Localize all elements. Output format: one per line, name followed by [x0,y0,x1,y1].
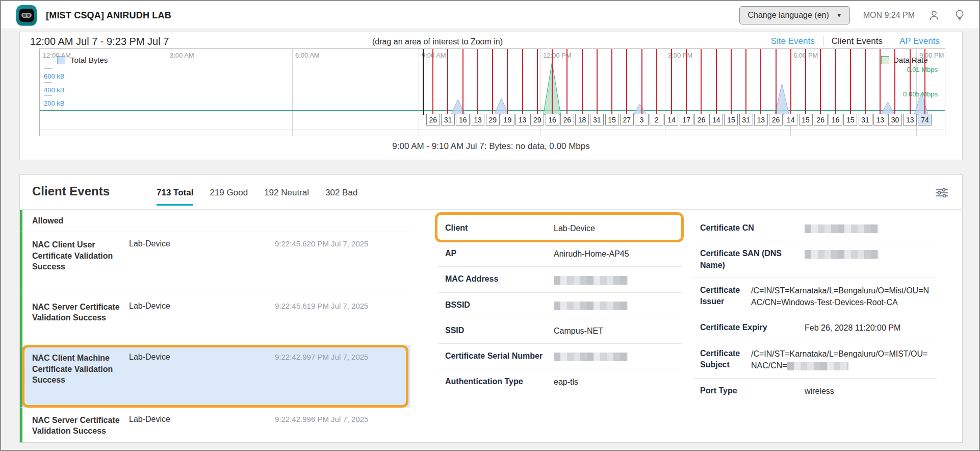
redacted-value [554,353,628,361]
event-spike-line [492,49,493,115]
timeline-chart[interactable]: 12:00 AM3:00 AM6:00 AM9:00 AM12:00 PM3:0… [39,48,945,136]
event-count-box[interactable]: 15 [843,114,857,126]
tab-192-neutral[interactable]: 192 Neutral [264,188,309,206]
event-count-box[interactable]: 14 [709,114,723,126]
event-spike-line [835,49,836,115]
event-count-box[interactable]: 26 [694,114,708,126]
event-list: Allowed NAC Client User Certificate Vali… [20,210,410,442]
event-count-box[interactable]: 2 [650,114,663,126]
detail-label: Certificate SAN (DNS Name) [700,248,805,271]
tab-client-events[interactable]: Client Events [823,36,891,46]
event-count-box[interactable]: 3 [635,114,649,126]
app-header: [MIST CSQA] ANIRUDH LAB Change language … [1,1,979,29]
event-count-box[interactable]: 29 [530,114,544,126]
app-window: [MIST CSQA] ANIRUDH LAB Change language … [0,0,980,451]
event-count-box[interactable]: 13 [754,114,768,126]
event-spike-line [597,49,598,115]
event-count-box[interactable]: 19 [501,114,514,126]
event-spike-line [641,49,642,115]
event-client: Lab-Device [129,353,275,400]
detail-value: Campus-NET [554,325,678,337]
event-count-box[interactable]: 31 [441,114,455,126]
event-count-box[interactable]: 15 [799,114,813,126]
event-count-box[interactable]: 26 [769,114,783,126]
detail-row: Authentication Typeeap-tls [438,369,682,394]
event-list-item[interactable]: NAC Client Machine Certificate Validatio… [20,345,410,408]
event-count-box[interactable]: 13 [515,114,529,126]
event-spike-line [611,49,612,115]
event-spike-line [924,49,925,115]
event-count-box[interactable]: 26 [814,114,828,126]
event-timestamp: 9:22:45.619 PM Jul 7, 2025 [275,302,402,338]
drag-zoom-hint: (drag an area of interest to Zoom in) [330,37,545,46]
event-timestamp: 9:22:42.996 PM Jul 7, 2025 [275,415,402,442]
detail-value [554,273,678,285]
event-spike-line [432,49,433,115]
event-list-item[interactable]: NAC Server Certificate Validation Succes… [20,294,410,345]
event-count-box[interactable]: 30 [888,114,902,126]
mist-robot-logo-icon[interactable] [16,5,37,26]
event-count-box[interactable]: 26 [426,114,440,126]
detail-value: /C=IN/ST=Karnataka/L=Bengaluru/O=Mist/OU… [751,285,933,308]
tab-ap-events[interactable]: AP Events [891,36,948,46]
event-spike-line [880,49,881,115]
event-count-box[interactable]: 13 [873,114,887,126]
event-spike-line [865,49,866,115]
event-client: Lab-Device [129,415,275,442]
event-count-box[interactable]: 31 [859,114,872,126]
detail-row: SSIDCampus-NET [438,318,682,344]
event-count-box[interactable]: 18 [575,114,589,126]
user-icon[interactable] [928,9,940,21]
detail-label: MAC Address [445,273,554,285]
event-spike-line [894,49,895,115]
tab-302-bad[interactable]: 302 Bad [325,188,357,206]
event-count-box[interactable]: 14 [664,114,678,126]
event-count-box[interactable]: 15 [605,114,619,126]
filter-settings-icon[interactable] [936,188,948,197]
detail-label: Certificate CN [700,222,805,234]
event-count-box[interactable]: 16 [456,114,470,126]
event-name: NAC Server Certificate Validation Succes… [32,415,129,442]
event-count-box[interactable]: 29 [486,114,500,126]
event-scope-tabs: Site EventsClient EventsAP Events [763,36,948,46]
event-count-box[interactable]: 15 [724,114,738,126]
event-spike-line [701,49,702,115]
tab-site-events[interactable]: Site Events [763,36,823,46]
event-count-box[interactable]: 31 [590,114,604,126]
event-spike-line [477,49,478,115]
timeline-card: 12:00 AM Jul 7 - 9:23 PM Jul 7 (drag an … [19,32,963,160]
tab-219-good[interactable]: 219 Good [210,188,248,206]
chevron-down-icon: ▼ [836,12,842,19]
event-spike-line [462,49,463,115]
event-spike-line [850,49,851,115]
event-count-box[interactable]: 17 [680,114,693,126]
tab-713-total[interactable]: 713 Total [157,188,193,206]
change-language-button[interactable]: Change language (en) ▼ [739,6,850,24]
event-list-item[interactable]: NAC Server Certificate Validation Succes… [20,408,410,442]
detail-label: AP [445,248,554,259]
redacted-value [805,250,879,259]
detail-row: Certificate Subject/C=IN/ST=Karnataka/L=… [693,341,937,379]
detail-label: Certificate Expiry [700,322,805,333]
event-count-box[interactable]: 31 [739,114,753,126]
detail-row: ClientLab-Device [438,216,682,241]
event-spike-line [776,49,777,115]
detail-row: Certificate SAN (DNS Name) [693,241,937,278]
event-list-item[interactable]: NAC Client User Certificate Validation S… [20,232,410,294]
detail-label: Client [445,222,554,234]
lightbulb-icon[interactable] [953,9,966,21]
clock-label: MON 9:24 PM [863,11,915,20]
x-axis-baseline [40,130,945,130]
detail-row: Certificate CN [693,216,937,241]
event-count-box[interactable]: 16 [546,114,559,126]
event-count-box[interactable]: 27 [620,114,634,126]
redacted-value [805,224,879,233]
event-count-box[interactable]: 16 [829,114,842,126]
event-count-box[interactable]: 13 [471,114,484,126]
event-count-box[interactable]: 74 [918,114,932,126]
event-spike-line [820,49,821,115]
event-count-box[interactable]: 14 [784,114,797,126]
event-count-box[interactable]: 26 [560,114,574,126]
event-count-box[interactable]: 13 [903,114,917,126]
event-client: Lab-Device [129,302,275,338]
